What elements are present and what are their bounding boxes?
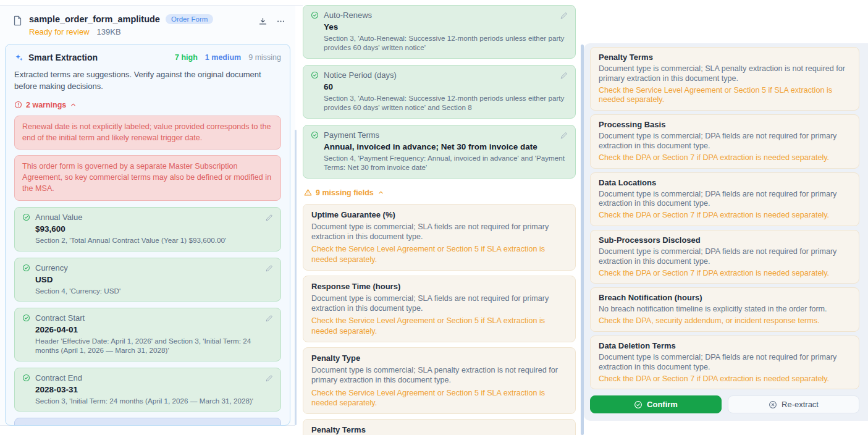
edit-icon[interactable] [265,264,273,272]
x-circle-icon [769,400,777,409]
document-icon [12,15,23,26]
smart-extraction-card: Smart Extraction 7 high 1 medium 9 missi… [5,44,290,426]
edit-icon[interactable] [560,72,568,80]
warnings-toggle[interactable]: 2 warnings [14,101,281,109]
missing-field-card: Penalty Type Document type is commercial… [303,347,576,414]
reextract-button-label: Re-extract [782,400,819,409]
document-actions [258,17,285,26]
document-status: Ready for review [29,27,90,36]
field-value: 2028-03-31 [35,385,273,394]
field-label: Auto-Renews [324,11,372,20]
check-circle-icon [22,264,30,272]
missing-count: 9 missing [248,53,281,62]
missing-field-name: Breach Notification (hours) [599,292,851,303]
chevron-up-icon [70,101,77,108]
check-circle-icon [311,71,319,79]
confirm-button[interactable]: Confirm [590,395,722,413]
extraction-review-screen: sample_order_form_amplitude Order Form R… [0,0,868,435]
field-card-payment-terms[interactable]: Payment Terms Annual, invoiced in advanc… [303,125,576,179]
field-card-notice-period[interactable]: Notice Period (days) 60 Section 3, 'Auto… [303,65,576,119]
sparkles-icon [14,53,23,62]
edit-icon[interactable] [560,12,568,20]
smart-extraction-title: Smart Extraction [28,53,170,62]
check-circle-icon [311,131,319,139]
missing-field-hint: Check the Service Level Agreement or Sec… [599,86,851,106]
document-type-badge: Order Form [166,14,213,24]
edit-icon[interactable] [265,214,273,222]
missing-field-hint: Check the Service Level Agreement or Sec… [311,244,567,264]
field-citation: Header 'Effective Date: April 1, 2026' a… [35,336,273,355]
sparkles-icon [22,424,30,426]
check-circle-icon [311,11,319,19]
field-value: USD [35,275,273,284]
missing-field-card: Processing Basis Document type is commer… [590,114,859,168]
field-label: Contract Start [35,313,85,323]
field-card-annual-value[interactable]: Annual Value $93,600 Section 2, 'Total A… [14,207,281,251]
missing-field-hint: Check the Service Level Agreement or Sec… [311,388,567,408]
chevron-up-icon [377,189,384,196]
missing-field-hint: Check the DPA or Section 7 if DPA extrac… [599,269,851,279]
missing-field-reason: Document type is commercial; DPA fields … [599,247,851,267]
check-circle-icon [22,374,30,382]
field-value: 60 [324,82,568,91]
missing-field-card: Sub-Processors Disclosed Document type i… [590,230,859,284]
field-card-contract-end[interactable]: Contract End 2028-03-31 Section 3, 'Init… [14,368,281,412]
missing-field-card: Penalty Terms Document type is commercia… [590,47,859,111]
missing-field-name: Penalty Terms [311,424,567,435]
missing-field-name: Penalty Type [311,353,567,363]
missing-field-name: Sub-Processors Disclosed [599,235,851,245]
field-label: Currency [35,263,68,272]
edit-icon[interactable] [265,315,273,323]
missing-field-reason: No breach notification timeline is expli… [599,305,851,315]
field-card-currency[interactable]: Currency USD Section 4, 'Currency: USD' [14,258,281,302]
missing-field-reason: Document type is commercial; SLA fields … [311,294,567,314]
warning-triangle-icon [304,188,312,196]
more-options-icon[interactable] [276,17,285,26]
left-panel-scrollbar[interactable] [295,130,297,425]
field-card-contract-start[interactable]: Contract Start 2026-04-01 Header 'Effect… [14,308,281,361]
alert-circle-icon [14,101,22,109]
document-header: sample_order_form_amplitude Order Form R… [5,14,290,36]
confirm-button-label: Confirm [647,400,678,409]
field-label: Annual Value [35,213,82,222]
edit-icon[interactable] [265,374,273,382]
check-circle-icon [634,400,643,409]
smart-extraction-header: Smart Extraction 7 high 1 medium 9 missi… [14,53,281,62]
missing-field-card: Uptime Guarantee (%) Document type is co… [303,204,576,271]
missing-field-card: Penalty Terms Document type is commercia… [303,419,576,435]
missing-field-reason: Document type is commercial; DPA fields … [599,190,851,209]
field-label: Renewal Date [35,423,86,426]
missing-field-name: Uptime Guarantee (%) [311,209,567,220]
field-label: Contract End [35,373,82,382]
field-citation: Section 2, 'Total Annual Contract Value … [35,235,273,245]
missing-field-hint: Check the DPA, security addendum, or inc… [599,316,851,326]
missing-field-hint: Check the DPA or Section 7 if DPA extrac… [599,211,851,221]
field-card-auto-renews[interactable]: Auto-Renews Yes Section 3, 'Auto-Renewal… [303,5,576,59]
field-card-renewal-date[interactable]: Renewal Date 2028-03-31 Section 3, 'Init… [14,418,281,426]
edit-icon[interactable] [560,132,568,140]
extraction-fields-column: Auto-Renews Yes Section 3, 'Auto-Renewal… [303,0,576,435]
missing-fields-label: 9 missing fields [316,188,374,197]
missing-fields-toggle[interactable]: 9 missing fields [304,188,576,197]
field-citation: Section 3, 'Auto-Renewal: Successive 12-… [324,33,568,53]
missing-field-card: Response Time (hours) Document type is c… [303,276,576,342]
field-citation: Section 3, 'Initial Term: 24 months (Apr… [35,396,273,405]
warning-message: This order form is governed by a separat… [14,155,281,201]
high-count: 7 high [175,53,198,62]
reextract-button[interactable]: Re-extract [728,395,859,413]
missing-field-name: Data Deletion Terms [599,340,851,351]
missing-field-hint: Check the DPA or Section 7 if DPA extrac… [599,374,851,384]
document-info: sample_order_form_amplitude Order Form R… [29,14,258,36]
document-size: 139KB [97,27,121,36]
missing-field-card: Data Locations Document type is commerci… [590,172,859,226]
check-circle-icon [22,314,30,322]
field-value: $93,600 [35,224,273,234]
field-label: Notice Period (days) [324,70,397,80]
document-title: sample_order_form_amplitude [29,14,160,24]
missing-field-card: Breach Notification (hours) No breach no… [590,287,859,332]
missing-field-reason: Document type is commercial; SLA penalty… [311,365,567,386]
warnings-label: 2 warnings [26,101,66,109]
field-value: Annual, invoiced in advance; Net 30 from… [324,142,568,151]
download-icon[interactable] [258,17,268,26]
edit-icon[interactable] [265,424,273,426]
